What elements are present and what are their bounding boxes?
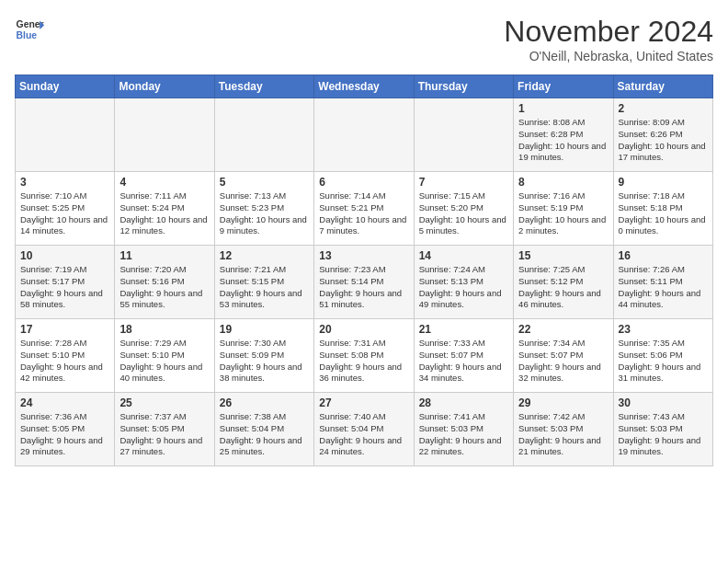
calendar-cell: 19Sunrise: 7:30 AMSunset: 5:09 PMDayligh… xyxy=(214,319,313,393)
calendar-cell xyxy=(16,98,115,172)
day-number: 24 xyxy=(20,396,109,409)
day-info: Sunrise: 7:31 AMSunset: 5:08 PMDaylight:… xyxy=(319,338,408,385)
calendar-cell: 24Sunrise: 7:36 AMSunset: 5:05 PMDayligh… xyxy=(16,393,115,466)
day-info: Sunrise: 7:24 AMSunset: 5:13 PMDaylight:… xyxy=(419,264,508,311)
calendar-cell: 1Sunrise: 8:08 AMSunset: 6:28 PMDaylight… xyxy=(514,98,613,172)
day-info: Sunrise: 7:35 AMSunset: 5:06 PMDaylight:… xyxy=(619,338,708,385)
weekday-header-tuesday: Tuesday xyxy=(214,75,313,98)
calendar-cell: 28Sunrise: 7:41 AMSunset: 5:03 PMDayligh… xyxy=(414,393,513,466)
day-number: 9 xyxy=(619,176,708,189)
weekday-header-monday: Monday xyxy=(115,75,214,98)
day-info: Sunrise: 7:16 AMSunset: 5:19 PMDaylight:… xyxy=(518,190,608,237)
day-number: 8 xyxy=(518,176,608,189)
calendar-cell: 23Sunrise: 7:35 AMSunset: 5:06 PMDayligh… xyxy=(613,319,712,393)
day-info: Sunrise: 7:21 AMSunset: 5:15 PMDaylight:… xyxy=(220,264,309,311)
day-info: Sunrise: 8:08 AMSunset: 6:28 PMDaylight:… xyxy=(518,117,608,164)
week-row-3: 10Sunrise: 7:19 AMSunset: 5:17 PMDayligh… xyxy=(16,246,713,319)
day-number: 1 xyxy=(518,102,608,115)
day-number: 18 xyxy=(119,323,209,336)
calendar-cell xyxy=(214,98,313,172)
calendar-cell: 11Sunrise: 7:20 AMSunset: 5:16 PMDayligh… xyxy=(115,246,214,319)
day-info: Sunrise: 7:36 AMSunset: 5:05 PMDaylight:… xyxy=(20,411,109,458)
day-info: Sunrise: 7:26 AMSunset: 5:11 PMDaylight:… xyxy=(619,264,708,311)
weekday-header-row: SundayMondayTuesdayWednesdayThursdayFrid… xyxy=(16,75,713,98)
day-number: 21 xyxy=(419,323,508,336)
calendar-cell: 29Sunrise: 7:42 AMSunset: 5:03 PMDayligh… xyxy=(514,393,613,466)
logo: General Blue xyxy=(15,15,44,44)
calendar-cell: 21Sunrise: 7:33 AMSunset: 5:07 PMDayligh… xyxy=(414,319,513,393)
day-info: Sunrise: 7:20 AMSunset: 5:16 PMDaylight:… xyxy=(119,264,209,311)
calendar-cell: 3Sunrise: 7:10 AMSunset: 5:25 PMDaylight… xyxy=(16,172,115,246)
day-number: 20 xyxy=(319,323,408,336)
calendar-cell: 10Sunrise: 7:19 AMSunset: 5:17 PMDayligh… xyxy=(16,246,115,319)
calendar-cell: 17Sunrise: 7:28 AMSunset: 5:10 PMDayligh… xyxy=(16,319,115,393)
day-number: 23 xyxy=(619,323,708,336)
calendar-cell: 12Sunrise: 7:21 AMSunset: 5:15 PMDayligh… xyxy=(214,246,313,319)
calendar-cell: 5Sunrise: 7:13 AMSunset: 5:23 PMDaylight… xyxy=(214,172,313,246)
day-info: Sunrise: 7:28 AMSunset: 5:10 PMDaylight:… xyxy=(20,338,109,385)
calendar-cell: 15Sunrise: 7:25 AMSunset: 5:12 PMDayligh… xyxy=(514,246,613,319)
weekday-header-saturday: Saturday xyxy=(613,75,712,98)
day-number: 4 xyxy=(119,176,209,189)
week-row-2: 3Sunrise: 7:10 AMSunset: 5:25 PMDaylight… xyxy=(16,172,713,246)
week-row-5: 24Sunrise: 7:36 AMSunset: 5:05 PMDayligh… xyxy=(16,393,713,466)
day-info: Sunrise: 7:10 AMSunset: 5:25 PMDaylight:… xyxy=(20,190,109,237)
day-info: Sunrise: 7:30 AMSunset: 5:09 PMDaylight:… xyxy=(220,338,309,385)
day-info: Sunrise: 7:13 AMSunset: 5:23 PMDaylight:… xyxy=(220,190,309,237)
calendar-cell: 6Sunrise: 7:14 AMSunset: 5:21 PMDaylight… xyxy=(314,172,414,246)
day-info: Sunrise: 8:09 AMSunset: 6:26 PMDaylight:… xyxy=(619,117,708,164)
day-number: 11 xyxy=(119,249,209,262)
day-info: Sunrise: 7:41 AMSunset: 5:03 PMDaylight:… xyxy=(419,411,508,458)
day-number: 15 xyxy=(518,249,608,262)
day-number: 29 xyxy=(518,396,608,409)
day-info: Sunrise: 7:42 AMSunset: 5:03 PMDaylight:… xyxy=(518,411,608,458)
calendar-cell: 9Sunrise: 7:18 AMSunset: 5:18 PMDaylight… xyxy=(613,172,712,246)
calendar-cell: 26Sunrise: 7:38 AMSunset: 5:04 PMDayligh… xyxy=(214,393,313,466)
month-title: November 2024 xyxy=(504,15,713,49)
title-block: November 2024 O'Neill, Nebraska, United … xyxy=(504,15,713,63)
calendar-cell xyxy=(115,98,214,172)
day-number: 7 xyxy=(419,176,508,189)
day-number: 19 xyxy=(220,323,309,336)
calendar-cell: 8Sunrise: 7:16 AMSunset: 5:19 PMDaylight… xyxy=(514,172,613,246)
day-info: Sunrise: 7:33 AMSunset: 5:07 PMDaylight:… xyxy=(419,338,508,385)
calendar-cell: 2Sunrise: 8:09 AMSunset: 6:26 PMDaylight… xyxy=(613,98,712,172)
calendar-cell: 25Sunrise: 7:37 AMSunset: 5:05 PMDayligh… xyxy=(115,393,214,466)
calendar-cell: 7Sunrise: 7:15 AMSunset: 5:20 PMDaylight… xyxy=(414,172,513,246)
day-number: 6 xyxy=(319,176,408,189)
day-info: Sunrise: 7:38 AMSunset: 5:04 PMDaylight:… xyxy=(220,411,309,458)
svg-text:Blue: Blue xyxy=(17,30,38,40)
calendar-cell: 20Sunrise: 7:31 AMSunset: 5:08 PMDayligh… xyxy=(314,319,414,393)
day-info: Sunrise: 7:34 AMSunset: 5:07 PMDaylight:… xyxy=(518,338,608,385)
day-number: 13 xyxy=(319,249,408,262)
day-info: Sunrise: 7:15 AMSunset: 5:20 PMDaylight:… xyxy=(419,190,508,237)
day-number: 28 xyxy=(419,396,508,409)
calendar-cell: 4Sunrise: 7:11 AMSunset: 5:24 PMDaylight… xyxy=(115,172,214,246)
page-header: General Blue November 2024 O'Neill, Nebr… xyxy=(15,15,713,63)
calendar-cell: 14Sunrise: 7:24 AMSunset: 5:13 PMDayligh… xyxy=(414,246,513,319)
day-info: Sunrise: 7:43 AMSunset: 5:03 PMDaylight:… xyxy=(619,411,708,458)
day-number: 25 xyxy=(119,396,209,409)
calendar-cell xyxy=(414,98,513,172)
day-number: 30 xyxy=(619,396,708,409)
day-info: Sunrise: 7:14 AMSunset: 5:21 PMDaylight:… xyxy=(319,190,408,237)
day-info: Sunrise: 7:18 AMSunset: 5:18 PMDaylight:… xyxy=(619,190,708,237)
day-number: 22 xyxy=(518,323,608,336)
calendar-cell: 30Sunrise: 7:43 AMSunset: 5:03 PMDayligh… xyxy=(613,393,712,466)
week-row-1: 1Sunrise: 8:08 AMSunset: 6:28 PMDaylight… xyxy=(16,98,713,172)
calendar-cell: 22Sunrise: 7:34 AMSunset: 5:07 PMDayligh… xyxy=(514,319,613,393)
day-number: 5 xyxy=(220,176,309,189)
day-number: 3 xyxy=(20,176,109,189)
calendar-cell xyxy=(314,98,414,172)
day-info: Sunrise: 7:11 AMSunset: 5:24 PMDaylight:… xyxy=(119,190,209,237)
location-subtitle: O'Neill, Nebraska, United States xyxy=(504,49,713,63)
day-number: 10 xyxy=(20,249,109,262)
logo-icon: General Blue xyxy=(15,15,44,44)
day-number: 14 xyxy=(419,249,508,262)
day-number: 12 xyxy=(220,249,309,262)
weekday-header-friday: Friday xyxy=(514,75,613,98)
day-number: 16 xyxy=(619,249,708,262)
calendar-cell: 18Sunrise: 7:29 AMSunset: 5:10 PMDayligh… xyxy=(115,319,214,393)
week-row-4: 17Sunrise: 7:28 AMSunset: 5:10 PMDayligh… xyxy=(16,319,713,393)
weekday-header-thursday: Thursday xyxy=(414,75,513,98)
